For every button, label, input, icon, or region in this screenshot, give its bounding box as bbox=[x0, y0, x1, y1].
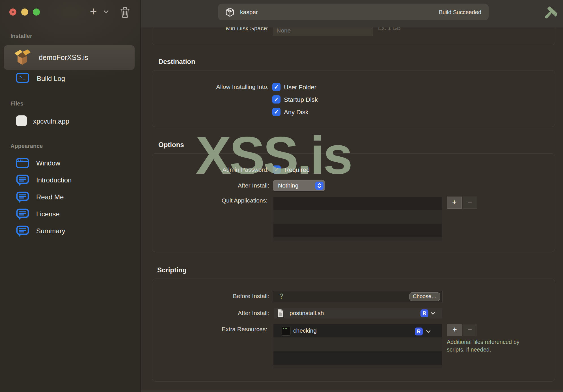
admin-required-checkbox[interactable]: ✓ bbox=[273, 165, 281, 174]
list-item[interactable]: checking R bbox=[273, 324, 442, 337]
app-icon bbox=[16, 115, 27, 126]
sidebar-item-build-log[interactable]: Build Log bbox=[37, 75, 65, 83]
package-cube-icon bbox=[225, 7, 234, 17]
add-icon[interactable]: + bbox=[90, 5, 97, 18]
list-row bbox=[273, 237, 442, 241]
sidebar-item-label: demoForXSS.is bbox=[39, 53, 88, 62]
list-row bbox=[273, 337, 442, 351]
close-window-button[interactable] bbox=[9, 8, 16, 16]
min-disk-input[interactable] bbox=[276, 27, 370, 34]
terminal-icon: >_ bbox=[16, 73, 29, 83]
list-row bbox=[273, 224, 442, 237]
quit-apps-add-button[interactable]: + bbox=[447, 197, 462, 209]
user-folder-checkbox[interactable]: ✓ bbox=[272, 83, 281, 91]
scripting-heading: Scripting bbox=[157, 266, 187, 274]
extra-resources-helper: Additional files referenced by scripts, … bbox=[447, 338, 530, 354]
trash-icon[interactable] bbox=[120, 6, 130, 19]
chevron-down-icon[interactable] bbox=[426, 330, 431, 333]
minimize-window-button[interactable] bbox=[21, 8, 28, 16]
window-icon bbox=[16, 158, 29, 168]
before-install-field[interactable]: ? Choose… bbox=[273, 291, 443, 302]
any-disk-checkbox[interactable]: ✓ bbox=[272, 108, 281, 116]
extra-resources-label: Extra Resources: bbox=[182, 326, 267, 333]
destination-heading: Destination bbox=[158, 58, 195, 66]
extra-resources-remove-button[interactable]: − bbox=[463, 324, 477, 336]
build-hammer-icon[interactable] bbox=[542, 5, 559, 22]
after-install-label: After Install: bbox=[184, 182, 269, 189]
extra-resources-list[interactable]: checking R bbox=[273, 324, 442, 368]
speech-bubble-icon bbox=[16, 208, 29, 220]
chevron-down-icon[interactable] bbox=[103, 10, 109, 14]
sidebar-header-installer: Installer bbox=[10, 33, 32, 39]
after-install-value: Nothing bbox=[278, 182, 298, 189]
sidebar-item-introduction[interactable]: Introduction bbox=[36, 176, 72, 184]
sidebar-item-read-me[interactable]: Read Me bbox=[36, 193, 64, 201]
destination-box bbox=[152, 70, 555, 127]
any-disk-label: Any Disk bbox=[284, 109, 309, 116]
options-heading: Options bbox=[158, 141, 184, 149]
project-name: kasper bbox=[240, 9, 258, 16]
titlebar: kasper Build Succeeded bbox=[141, 0, 563, 27]
unsaved-dot-icon bbox=[12, 11, 14, 13]
quit-applications-label: Quit Applications: bbox=[183, 197, 268, 204]
extra-resources-add-button[interactable]: + bbox=[447, 324, 462, 336]
before-install-label: Before Install: bbox=[184, 293, 269, 300]
after-install-file: postinstall.sh bbox=[290, 310, 324, 316]
chevron-down-icon[interactable] bbox=[431, 312, 435, 315]
window-bottom-edge bbox=[141, 390, 563, 392]
list-row bbox=[273, 210, 442, 224]
sidebar-item-license[interactable]: License bbox=[36, 210, 60, 218]
terminal-dots-icon bbox=[283, 328, 288, 329]
sidebar-item-summary[interactable]: Summary bbox=[36, 227, 65, 235]
sidebar-item-xpcvuln[interactable]: xpcvuln.app bbox=[33, 117, 69, 125]
root-badge: R bbox=[415, 328, 423, 335]
extra-resource-file: checking bbox=[293, 327, 317, 334]
zoom-window-button[interactable] bbox=[33, 8, 40, 16]
choose-button[interactable]: Choose… bbox=[409, 292, 440, 301]
admin-required-label: Required bbox=[284, 166, 310, 174]
after-install-field[interactable]: postinstall.sh R bbox=[274, 308, 442, 318]
list-row bbox=[273, 351, 442, 365]
scheme-status-pill[interactable]: kasper Build Succeeded bbox=[218, 4, 489, 20]
list-row bbox=[273, 365, 442, 368]
scripting-after-install-label: After Install: bbox=[184, 310, 269, 316]
package-icon bbox=[13, 48, 31, 66]
startup-disk-label: Startup Disk bbox=[284, 96, 318, 104]
question-mark-icon: ? bbox=[279, 292, 283, 300]
popup-chevrons-icon bbox=[315, 182, 323, 190]
sidebar-header-appearance: Appearance bbox=[10, 143, 43, 149]
build-status: Build Succeeded bbox=[439, 9, 481, 16]
after-install-popup[interactable]: Nothing bbox=[273, 180, 325, 191]
quit-apps-remove-button[interactable]: − bbox=[463, 197, 477, 209]
root-badge: R bbox=[420, 309, 428, 317]
sidebar-divider bbox=[140, 0, 141, 392]
user-folder-label: User Folder bbox=[284, 84, 316, 91]
list-row bbox=[273, 197, 442, 210]
speech-bubble-icon bbox=[16, 191, 29, 203]
script-file-icon bbox=[277, 309, 284, 318]
sidebar-header-files: Files bbox=[10, 100, 23, 107]
admin-password-label: Admin Password: bbox=[184, 166, 269, 173]
speech-bubble-icon bbox=[16, 175, 29, 186]
resource-file-icon bbox=[282, 327, 290, 335]
startup-disk-checkbox[interactable]: ✓ bbox=[272, 95, 281, 104]
speech-bubble-icon bbox=[16, 225, 29, 237]
sidebar-item-window[interactable]: Window bbox=[36, 159, 60, 167]
allow-installing-label: Allow Installing Into: bbox=[184, 83, 269, 90]
quit-applications-list[interactable] bbox=[273, 197, 442, 241]
